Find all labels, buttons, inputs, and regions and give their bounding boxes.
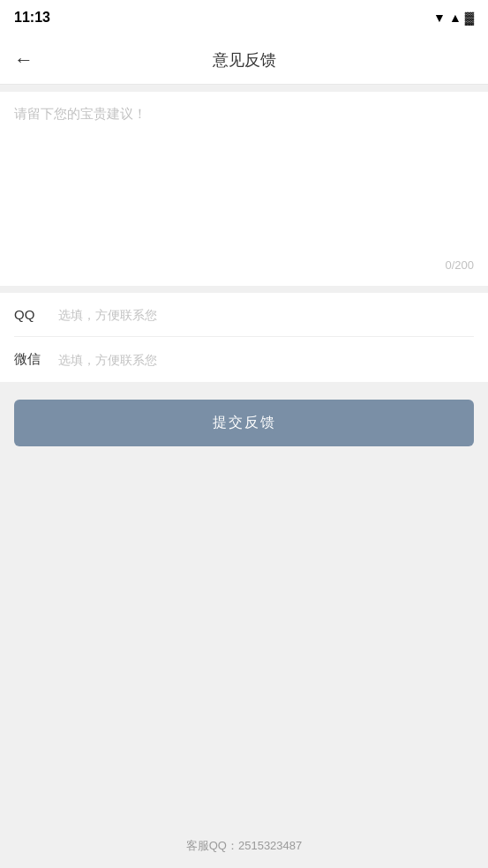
spacer [0,464,488,824]
page-header: ← 意见反馈 [0,35,488,85]
footer: 客服QQ：2515323487 [0,824,488,868]
submit-button[interactable]: 提交反馈 [14,400,474,446]
wechat-row: 微信 [14,337,474,382]
feedback-textarea[interactable] [14,106,474,251]
battery-icon: ▓ [465,11,474,25]
action-section: 提交反馈 [0,382,488,464]
page-title: 意见反馈 [213,49,276,71]
wechat-input[interactable] [58,353,474,367]
status-time: 11:13 [14,10,50,26]
signal-icon: ▲ [449,11,462,25]
qq-label: QQ [14,307,58,322]
wifi-icon: ▼ [433,11,446,25]
wechat-label: 微信 [14,351,58,368]
feedback-section: 0/200 [0,92,488,286]
footer-text: 客服QQ：2515323487 [186,839,303,852]
qq-input[interactable] [58,308,474,322]
char-count: 0/200 [14,258,474,272]
qq-row: QQ [14,293,474,337]
section-divider [0,286,488,293]
status-bar: 11:13 ▼ ▲ ▓ [0,0,488,35]
contact-section: QQ 微信 [0,293,488,382]
back-button[interactable]: ← [14,50,34,70]
status-icons: ▼ ▲ ▓ [433,11,474,25]
